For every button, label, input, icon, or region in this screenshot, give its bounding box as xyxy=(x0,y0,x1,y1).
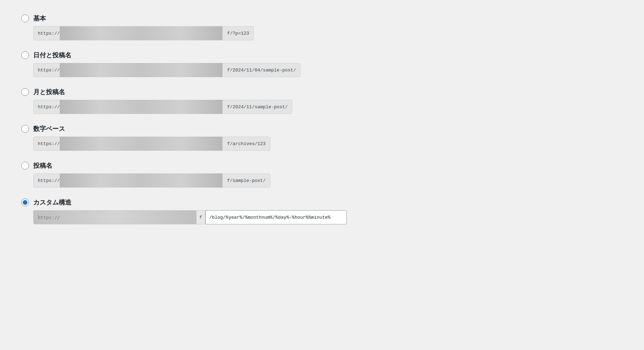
url-https-basic: https:// xyxy=(33,26,60,40)
label-month-postname: 月と投稿名 xyxy=(33,88,65,96)
label-postname: 投稿名 xyxy=(33,161,52,170)
url-https-month: https:// xyxy=(33,100,60,114)
custom-structure-input[interactable] xyxy=(205,210,347,224)
label-custom: カスタム構造 xyxy=(33,198,71,207)
url-blur-postname xyxy=(60,173,222,188)
url-preview-month-postname: https:// f/2024/11/sample-post/ xyxy=(33,100,292,114)
url-preview-postname: https:// f/sample-post/ xyxy=(33,173,270,188)
url-https-date: https:// xyxy=(33,63,60,77)
radio-numeric[interactable] xyxy=(21,125,29,133)
url-suffix-numeric: f/archives/123 xyxy=(222,137,270,151)
radio-date-postname[interactable] xyxy=(21,51,29,59)
url-blur-month xyxy=(60,100,222,114)
custom-url-prefix: https:// f xyxy=(33,210,205,224)
label-numeric: 数字ベース xyxy=(33,125,65,133)
radio-month-postname[interactable] xyxy=(21,88,29,96)
custom-url-blur: https:// xyxy=(34,211,196,224)
radio-basic[interactable] xyxy=(21,15,29,22)
custom-url-static: f xyxy=(196,211,205,224)
radio-postname[interactable] xyxy=(21,162,29,170)
label-date-postname: 日付と投稿名 xyxy=(33,51,71,59)
url-suffix-month: f/2024/11/sample-post/ xyxy=(222,100,292,114)
label-basic: 基本 xyxy=(33,14,46,23)
url-blur-numeric xyxy=(60,137,222,151)
url-suffix-date: f/2024/11/04/sample-post/ xyxy=(222,63,300,77)
url-blur-basic xyxy=(60,26,222,40)
url-suffix-basic: f/?p=123 xyxy=(222,26,253,40)
url-suffix-postname: f/sample-post/ xyxy=(222,173,270,188)
url-preview-basic: https:// f/?p=123 xyxy=(33,26,254,40)
option-postname: 投稿名 https:// f/sample-post/ xyxy=(21,161,622,188)
radio-custom[interactable] xyxy=(21,199,29,206)
url-blur-date xyxy=(60,63,222,77)
url-preview-numeric: https:// f/archives/123 xyxy=(33,137,270,151)
option-custom: カスタム構造 https:// f xyxy=(21,198,622,224)
url-https-numeric: https:// xyxy=(33,137,60,151)
url-preview-date-postname: https:// f/2024/11/04/sample-post/ xyxy=(33,63,300,77)
option-date-postname: 日付と投稿名 https:// f/2024/11/04/sample-post… xyxy=(21,51,622,77)
option-basic: 基本 https:// f/?p=123 xyxy=(21,14,622,40)
option-numeric: 数字ベース https:// f/archives/123 xyxy=(21,125,622,151)
option-month-postname: 月と投稿名 https:// f/2024/11/sample-post/ xyxy=(21,88,622,114)
permalink-settings: 基本 https:// f/?p=123 日付と投稿名 https:// f/2… xyxy=(21,14,622,224)
url-https-postname: https:// xyxy=(33,173,60,188)
